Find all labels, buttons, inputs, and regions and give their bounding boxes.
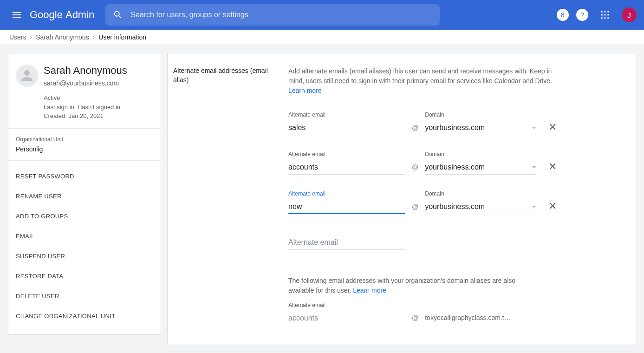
- app-header: Google Admin 8 ? J: [0, 0, 644, 30]
- svg-point-4: [604, 14, 605, 15]
- action-suspend-user[interactable]: SUSPEND USER: [8, 246, 161, 266]
- chevron-right-icon: ›: [30, 33, 33, 41]
- at-sign: @: [412, 314, 418, 325]
- svg-point-8: [607, 17, 609, 19]
- user-email: sarah@yourbusiness.com: [44, 79, 127, 87]
- alt-email-label: Alternate email: [288, 111, 405, 118]
- account-avatar[interactable]: J: [622, 7, 637, 22]
- alt-email-input[interactable]: [288, 161, 405, 175]
- chevron-right-icon: ›: [93, 33, 95, 41]
- domain-value: yourbusiness.com: [425, 203, 485, 211]
- svg-point-5: [607, 14, 609, 15]
- breadcrumb: Users › Sarah Anonymous › User informati…: [0, 30, 644, 45]
- learn-more-link[interactable]: Learn more: [288, 87, 322, 94]
- main-menu-button[interactable]: [7, 6, 26, 24]
- content: Sarah Anonymous sarah@yourbusiness.com A…: [0, 45, 644, 353]
- remove-alias-button[interactable]: ✕: [543, 200, 557, 214]
- note-learn-more-link[interactable]: Learn more: [353, 287, 386, 294]
- readonly-email: accounts: [288, 312, 405, 325]
- alt-email-label: Alternate email: [288, 151, 405, 157]
- readonly-domain: tokyocalligraphyclass.com.t…: [425, 314, 510, 325]
- domain-label: Domain: [425, 190, 536, 197]
- alt-email-input[interactable]: [288, 122, 405, 135]
- user-last-signin: Last sign in: Hasn't signed in: [44, 103, 127, 112]
- action-reset-password[interactable]: RESET PASSWORD: [8, 166, 161, 186]
- domain-label: Domain: [425, 151, 536, 157]
- at-sign: @: [412, 203, 418, 214]
- alias-row: Alternate email @ Domain yourbusiness.co…: [288, 151, 624, 175]
- alias-row: Alternate email @ Domain yourbusiness.co…: [288, 190, 624, 214]
- at-sign: @: [412, 163, 418, 175]
- domain-value: yourbusiness.com: [425, 124, 485, 132]
- dropdown-icon: [532, 206, 536, 208]
- section-title: Alternate email addresses (email alias): [173, 66, 288, 345]
- alias-row: Alternate email @ Domain yourbusiness.co…: [288, 111, 624, 135]
- note-text: The following email addresses with your …: [288, 277, 515, 294]
- user-name: Sarah Anonymous: [44, 65, 127, 77]
- section-description: Add alternate emails (email aliases) thi…: [288, 66, 553, 96]
- org-unit-value: Personlig: [16, 145, 153, 153]
- domain-value: yourbusiness.com: [425, 163, 485, 171]
- svg-point-2: [607, 11, 609, 13]
- action-add-to-groups[interactable]: ADD TO GROUPS: [8, 206, 161, 226]
- main-panel: Alternate email addresses (email alias) …: [167, 53, 636, 345]
- action-delete-user[interactable]: DELETE USER: [8, 286, 161, 306]
- user-created: Created: Jan 20, 2021: [44, 111, 127, 121]
- breadcrumb-user[interactable]: Sarah Anonymous: [36, 33, 89, 41]
- action-restore-data[interactable]: RESTORE DATA: [8, 266, 161, 286]
- alt-email-label: Alternate email: [288, 190, 405, 197]
- domain-alias-note: The following email addresses with your …: [288, 276, 530, 295]
- section-body: Add alternate emails (email aliases) thi…: [288, 66, 624, 345]
- action-email[interactable]: EMAIL: [8, 226, 161, 246]
- user-sidebar: Sarah Anonymous sarah@yourbusiness.com A…: [8, 53, 161, 335]
- alt-email-input-empty[interactable]: [288, 236, 405, 250]
- action-rename-user[interactable]: RENAME USER: [8, 186, 161, 206]
- logo-google-text: Google: [30, 9, 63, 21]
- user-actions: RESET PASSWORD RENAME USER ADD TO GROUPS…: [8, 161, 161, 332]
- dropdown-icon: [532, 166, 536, 169]
- search-input[interactable]: [130, 11, 432, 19]
- alt-email-input[interactable]: [288, 201, 405, 214]
- org-unit-label: Organizational Unit: [16, 136, 153, 143]
- user-header: Sarah Anonymous sarah@yourbusiness.com A…: [8, 53, 161, 129]
- user-avatar-icon: [16, 65, 38, 87]
- breadcrumb-users[interactable]: Users: [9, 33, 26, 41]
- help-button[interactable]: ?: [576, 9, 588, 21]
- user-status: Active: [44, 93, 127, 103]
- svg-point-6: [601, 17, 603, 19]
- action-change-org-unit[interactable]: CHANGE ORGANIZATIONAL UNIT: [8, 306, 161, 326]
- svg-point-7: [604, 17, 605, 19]
- svg-point-3: [601, 14, 603, 15]
- readonly-alias-row: Alternate email accounts @ tokyocalligra…: [288, 302, 624, 325]
- svg-point-0: [601, 11, 603, 13]
- search-bar[interactable]: [105, 4, 440, 26]
- logo[interactable]: Google Admin: [30, 9, 94, 21]
- svg-point-1: [604, 11, 605, 13]
- dropdown-icon: [532, 127, 536, 129]
- at-sign: @: [412, 124, 418, 135]
- search-icon: [113, 10, 123, 20]
- logo-admin-text: Admin: [65, 9, 94, 21]
- alt-email-label: Alternate email: [288, 302, 405, 308]
- domain-label: Domain: [425, 111, 536, 118]
- org-unit-section: Organizational Unit Personlig: [8, 129, 161, 161]
- apps-launcher-icon[interactable]: [596, 6, 614, 24]
- domain-select[interactable]: yourbusiness.com: [425, 161, 536, 175]
- remove-alias-button[interactable]: ✕: [543, 161, 557, 175]
- description-text: Add alternate emails (email aliases) thi…: [288, 67, 552, 85]
- domain-select[interactable]: yourbusiness.com: [425, 201, 536, 214]
- alias-row-empty: [288, 236, 624, 250]
- header-icons: 8 ? J: [557, 6, 637, 24]
- domain-select[interactable]: yourbusiness.com: [425, 122, 536, 135]
- remove-alias-button[interactable]: ✕: [543, 121, 557, 135]
- notifications-badge[interactable]: 8: [557, 9, 569, 21]
- breadcrumb-current: User information: [98, 33, 146, 41]
